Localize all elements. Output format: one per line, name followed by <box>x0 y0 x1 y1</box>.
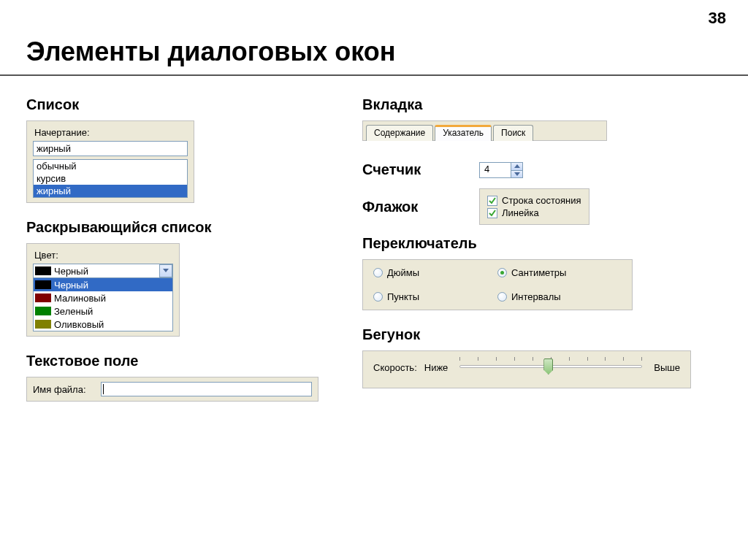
slider-max-label: Выше <box>654 362 680 373</box>
check-icon <box>488 196 497 205</box>
checkbox-label: Строка состояния <box>502 195 581 206</box>
option-label: Зеленый <box>54 306 93 317</box>
section-checkbox: Флажок <box>362 199 479 215</box>
section-dropdown: Раскрывающийся список <box>26 219 362 236</box>
right-column: Вкладка Содержание Указатель Поиск Счетч… <box>362 89 742 402</box>
radio[interactable] <box>497 292 507 302</box>
counter-spinner[interactable]: 4 <box>479 162 523 178</box>
text-caret-icon <box>103 384 104 394</box>
radio[interactable] <box>497 268 507 277</box>
slider-min-label: Ниже <box>424 362 449 373</box>
listbox-option[interactable]: обычный <box>34 160 187 172</box>
listbox-label: Начертание: <box>34 127 188 138</box>
dropdown-option-selected[interactable]: Черный <box>34 278 172 291</box>
swatch-icon <box>35 280 51 289</box>
chevron-up-icon <box>514 164 520 168</box>
radio[interactable] <box>373 268 383 277</box>
swatch-icon <box>35 307 51 315</box>
swatch-icon <box>35 320 51 329</box>
chevron-down-icon <box>514 172 520 176</box>
swatch-icon <box>35 266 51 275</box>
page-title: Элементы диалоговых окон <box>0 0 748 74</box>
section-counter: Счетчик <box>362 161 479 178</box>
textfield-label: Имя файла: <box>33 384 86 395</box>
dropdown-list: Черный Малиновый Зеленый Оливковый <box>33 277 173 331</box>
listbox-value-field[interactable] <box>33 141 188 156</box>
left-column: Список Начертание: обычный курсив жирный… <box>26 89 362 402</box>
dropdown-button[interactable] <box>159 264 172 277</box>
option-label: Малиновый <box>54 293 106 304</box>
textfield-panel: Имя файла: <box>26 377 318 402</box>
page-number: 38 <box>709 9 726 28</box>
listbox-panel: Начертание: обычный курсив жирный <box>26 120 194 203</box>
divider <box>0 74 748 76</box>
spinner-value: 4 <box>480 163 511 177</box>
tab-index[interactable]: Указатель <box>435 125 492 141</box>
color-combo[interactable]: Черный <box>33 264 173 278</box>
tab-search[interactable]: Поиск <box>493 125 533 141</box>
option-label: Черный <box>54 280 88 291</box>
dropdown-option[interactable]: Малиновый <box>34 291 172 304</box>
dropdown-label: Цвет: <box>34 250 173 261</box>
radio-row[interactable]: Интервалы <box>497 291 622 302</box>
checkbox-row[interactable]: Строка состояния <box>487 195 581 206</box>
radio-row[interactable]: Пункты <box>373 291 497 302</box>
dropdown-option[interactable]: Зеленый <box>34 304 172 318</box>
slider-panel: Скорость: Ниже Выше <box>362 350 691 388</box>
radio-label: Дюймы <box>387 267 419 278</box>
slider-thumb[interactable] <box>543 358 553 375</box>
section-radio: Переключатель <box>362 235 742 252</box>
option-label: Оливковый <box>54 319 104 330</box>
combo-value: Черный <box>54 266 159 277</box>
radio-dot-icon <box>500 271 504 275</box>
checkbox-label: Линейка <box>502 207 539 218</box>
tab-strip: Содержание Указатель Поиск <box>362 120 607 141</box>
spinner-up-button[interactable] <box>511 163 522 170</box>
section-listbox: Список <box>26 96 362 113</box>
radio-label: Сантиметры <box>511 267 566 278</box>
radio-group: Дюймы Сантиметры Пункты Интервалы <box>362 259 633 310</box>
section-textfield: Текстовое поле <box>26 353 362 369</box>
listbox-option-selected[interactable]: жирный <box>34 185 187 197</box>
listbox[interactable]: обычный курсив жирный <box>33 159 188 198</box>
listbox-option[interactable]: курсив <box>34 172 187 185</box>
spinner-down-button[interactable] <box>511 170 522 177</box>
slider-label: Скорость: <box>373 362 417 373</box>
checkbox[interactable] <box>487 208 497 218</box>
section-slider: Бегунок <box>362 326 742 343</box>
checkbox-row[interactable]: Линейка <box>487 207 581 218</box>
swatch-icon <box>35 294 51 302</box>
tab-contents[interactable]: Содержание <box>366 125 433 141</box>
checkbox-group: Строка состояния Линейка <box>479 188 589 225</box>
dropdown-option[interactable]: Оливковый <box>34 318 172 331</box>
check-icon <box>488 209 497 218</box>
slider-track[interactable] <box>459 357 642 377</box>
radio[interactable] <box>373 292 383 302</box>
radio-label: Пункты <box>387 291 419 302</box>
dropdown-panel: Цвет: Черный Черный Малинов <box>26 243 180 337</box>
filename-input[interactable] <box>101 382 312 396</box>
radio-row[interactable]: Дюймы <box>373 267 497 278</box>
checkbox[interactable] <box>487 196 497 206</box>
radio-label: Интервалы <box>511 291 561 302</box>
radio-row[interactable]: Сантиметры <box>497 267 622 278</box>
section-tab: Вкладка <box>362 96 742 113</box>
chevron-down-icon <box>163 269 169 273</box>
